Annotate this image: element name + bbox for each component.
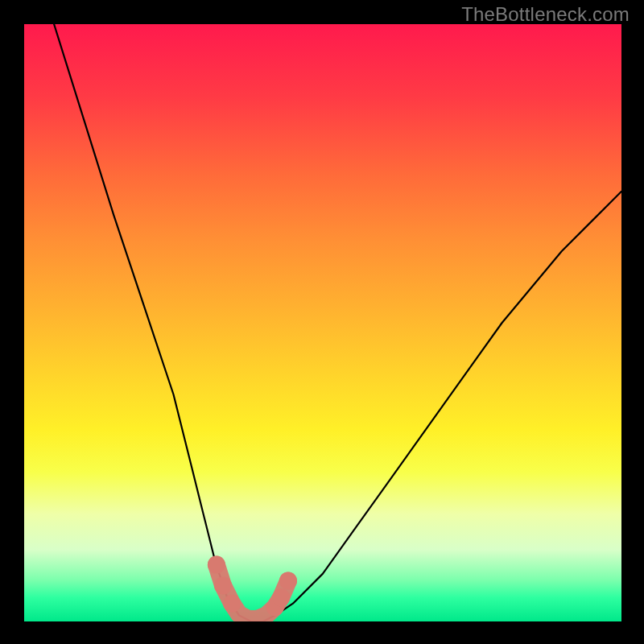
chart-frame: TheBottleneck.com [0,0,644,644]
plot-area [24,24,621,621]
highlight-markers [208,556,297,620]
svg-point-3 [266,598,284,616]
svg-point-4 [272,588,290,606]
svg-point-1 [214,577,232,595]
watermark-text: TheBottleneck.com [461,3,630,26]
svg-point-2 [223,595,241,613]
svg-point-5 [279,572,297,590]
bottleneck-curve [54,24,621,621]
svg-point-0 [208,556,225,574]
chart-svg [24,24,621,621]
